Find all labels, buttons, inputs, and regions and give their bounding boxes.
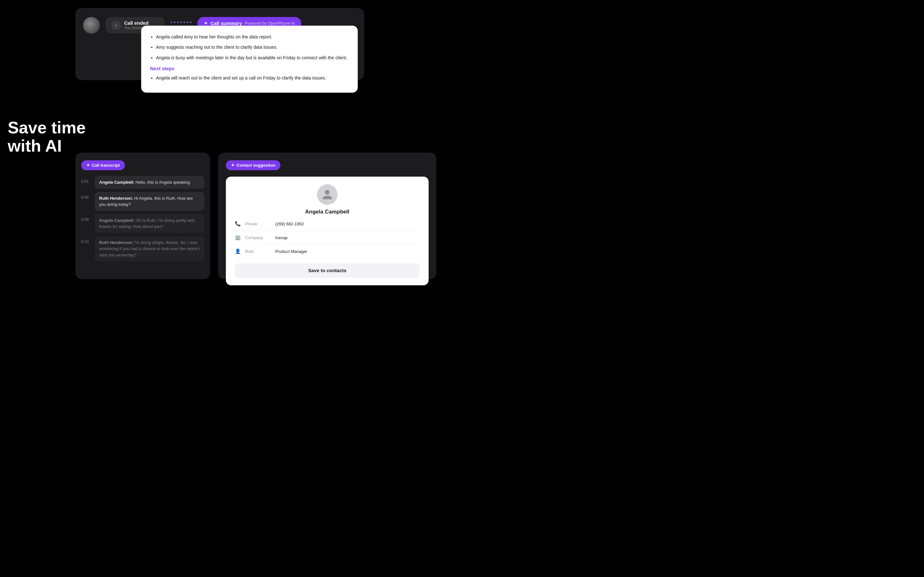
transcript-row-3: 0:09 Angela Campbell: Oh hi Ruth, I'm do… [81,214,204,233]
dot [180,21,182,23]
role-label: Role [245,249,271,254]
hero-line1: Save time [8,119,86,137]
transcript-time: 0:05 [81,192,91,200]
dot [184,21,185,23]
contact-phone-field: 📞 Phone (269) 682-1892 [235,221,420,231]
hero-text: Save time with AI [8,119,86,155]
dot [190,21,192,23]
role-value: Product Manager [275,249,307,254]
dot [187,21,188,23]
transcript-row-2: 0:05 Ruth Henderson: Hi Angela, this is … [81,192,204,211]
transcript-speaker: Ruth Henderson: [99,240,133,245]
role-icon: 👤 [235,248,241,254]
phone-icon: ✓ [111,21,121,30]
summary-card: Angela called Amy to hear her thoughts o… [141,26,358,93]
company-value: Icecap [275,235,288,240]
phone-label: Phone [245,221,271,226]
call-status: Call ended [124,20,159,26]
transcript-time: 0:01 [81,176,91,184]
avatar [83,17,100,34]
dot [177,21,179,23]
save-to-contacts-button[interactable]: Save to contacts [235,263,420,277]
contact-avatar [317,184,338,205]
transcript-row-1: 0:01 Angela Campbell: Hello, this is Ang… [81,176,204,189]
next-steps-bullet-1: Angela will reach out to the client and … [156,74,349,81]
summary-bullet-3: Angela is busy with meetings later in th… [156,54,349,61]
transcript-speaker: Angela Campbell: [99,180,134,185]
transcript-bubble-faded: Angela Campbell: Oh hi Ruth, I'm doing p… [95,214,204,233]
call-summary-label: Call summary [210,21,242,26]
next-steps-bullets: Angela will reach out to the client and … [150,74,349,81]
contact-name: Angela Campbell [235,209,420,215]
contact-company-field: 🏢 Company Icecap [235,235,420,245]
sparkle-icon: ✦ [231,163,234,168]
summary-bullet-2: Amy suggests reaching out to the client … [156,44,349,51]
powered-by-label: Powered by OpenPhone AI [244,21,295,26]
transcript-text: Hello, this is Angela speaking. [136,180,191,185]
contact-pill: ✦ Contact suggestion [226,160,280,170]
transcript-card: ✦ Call transcript 0:01 Angela Campbell: … [75,153,210,279]
phone-icon: 📞 [235,221,241,227]
summary-bullets: Angela called Amy to hear her thoughts o… [150,33,349,61]
transcript-bubble-faded: Ruth Henderson: I'm doing alright, thank… [95,236,204,261]
hero-line2: with AI [8,137,86,155]
sparkle-icon: ✦ [86,163,90,168]
company-icon: 🏢 [235,235,241,240]
transcript-bubble: Angela Campbell: Hello, this is Angela s… [95,176,204,189]
transcript-speaker: Ruth Henderson: [99,196,133,201]
contact-pill-label: Contact suggestion [236,163,275,168]
transcript-label: Call transcript [92,163,120,168]
summary-bullet-1: Angela called Amy to hear her thoughts o… [156,33,349,40]
transcript-bubble: Ruth Henderson: Hi Angela, this is Ruth.… [95,192,204,211]
transcript-speaker: Angela Campbell: [99,218,134,223]
transcript-time: 0:09 [81,214,91,222]
phone-value: (269) 682-1892 [275,221,304,226]
next-steps-title: Next steps [150,66,349,71]
transcript-row-4: 0:13 Ruth Henderson: I'm doing alright, … [81,236,204,261]
contact-role-field: 👤 Role Product Manager [235,248,420,258]
dots-separator [171,17,192,23]
contact-card: ✦ Contact suggestion Angela Campbell 📞 P… [218,153,436,279]
company-label: Company [245,235,271,240]
transcript-pill: ✦ Call transcript [81,160,125,170]
transcript-time: 0:13 [81,236,91,244]
dot [171,21,172,23]
contact-inner-card: Angela Campbell 📞 Phone (269) 682-1892 🏢… [226,177,429,285]
person-icon [321,189,333,200]
dot [174,21,176,23]
